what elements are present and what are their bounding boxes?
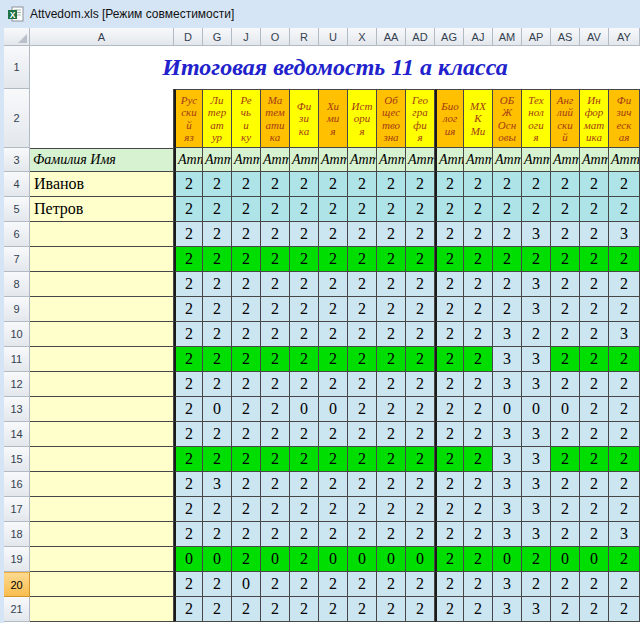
grade-cell[interactable]: 2 (580, 322, 609, 347)
grade-cell[interactable]: 2 (290, 472, 319, 497)
grade-cell[interactable]: 2 (232, 372, 261, 397)
grade-cell[interactable]: 2 (232, 472, 261, 497)
column-header-AG[interactable]: AG (435, 28, 464, 46)
grade-cell[interactable]: 2 (203, 172, 232, 197)
column-header-AY[interactable]: AY (609, 28, 640, 46)
row-header-19[interactable]: 19 (4, 547, 30, 572)
grade-cell[interactable]: 2 (261, 222, 290, 247)
row-header-2[interactable]: 2 (4, 89, 30, 148)
grade-cell[interactable]: 2 (232, 347, 261, 372)
grade-cell[interactable]: 2 (261, 197, 290, 222)
column-header-AS[interactable]: AS (551, 28, 580, 46)
grade-cell[interactable]: 2 (232, 197, 261, 222)
student-name-cell[interactable] (30, 447, 174, 472)
grade-cell[interactable]: 2 (464, 597, 493, 622)
grade-cell[interactable]: 2 (551, 422, 580, 447)
grade-cell[interactable]: 2 (406, 172, 435, 197)
grade-cell[interactable]: 2 (174, 322, 203, 347)
grade-cell[interactable]: 2 (406, 497, 435, 522)
grade-cell[interactable]: 2 (464, 297, 493, 322)
grade-cell[interactable]: 2 (435, 397, 464, 422)
grade-cell[interactable]: 2 (435, 547, 464, 572)
grade-cell[interactable]: 2 (464, 447, 493, 472)
row-header-14[interactable]: 14 (4, 422, 30, 447)
grade-cell[interactable]: 2 (493, 247, 522, 272)
grade-cell[interactable]: 2 (522, 572, 551, 597)
row-header-9[interactable]: 9 (4, 297, 30, 322)
grade-cell[interactable]: 2 (174, 472, 203, 497)
grade-cell[interactable]: 2 (406, 272, 435, 297)
grade-cell[interactable]: 2 (319, 447, 348, 472)
grade-cell[interactable]: 2 (580, 572, 609, 597)
att-header-cell[interactable]: Атт (522, 148, 551, 172)
grade-cell[interactable]: 2 (348, 522, 377, 547)
grade-cell[interactable]: 2 (522, 172, 551, 197)
grade-cell[interactable]: 2 (551, 522, 580, 547)
grade-cell[interactable]: 3 (493, 347, 522, 372)
subject-header-cell[interactable]: Речьику (232, 89, 261, 148)
grade-cell[interactable]: 2 (464, 497, 493, 522)
grade-cell[interactable]: 2 (609, 297, 640, 322)
student-name-cell[interactable] (30, 597, 174, 622)
student-name-cell[interactable] (30, 247, 174, 272)
grade-cell[interactable]: 2 (348, 572, 377, 597)
grade-cell[interactable]: 2 (319, 372, 348, 397)
grade-cell[interactable]: 3 (609, 322, 640, 347)
grade-cell[interactable]: 2 (522, 547, 551, 572)
grade-cell[interactable]: 2 (435, 322, 464, 347)
grade-cell[interactable]: 0 (203, 547, 232, 572)
grade-cell[interactable]: 2 (232, 297, 261, 322)
column-header-A[interactable]: A (30, 28, 174, 46)
student-name-cell[interactable] (30, 572, 174, 597)
grade-cell[interactable]: 2 (551, 322, 580, 347)
grade-cell[interactable]: 2 (406, 397, 435, 422)
att-header-cell[interactable]: Атт (232, 148, 261, 172)
grade-cell[interactable]: 2 (319, 247, 348, 272)
grade-cell[interactable]: 3 (522, 522, 551, 547)
grade-cell[interactable]: 2 (464, 172, 493, 197)
grade-cell[interactable]: 2 (609, 497, 640, 522)
grade-cell[interactable]: 2 (348, 247, 377, 272)
grade-cell[interactable]: 2 (174, 522, 203, 547)
grade-cell[interactable]: 2 (261, 572, 290, 597)
grade-cell[interactable]: 2 (522, 247, 551, 272)
grade-cell[interactable]: 2 (522, 197, 551, 222)
student-name-cell[interactable] (30, 547, 174, 572)
grade-cell[interactable]: 2 (377, 197, 406, 222)
att-header-cell[interactable]: Атт (406, 148, 435, 172)
grade-cell[interactable]: 2 (609, 447, 640, 472)
grade-cell[interactable]: 2 (580, 447, 609, 472)
grade-cell[interactable]: 2 (174, 572, 203, 597)
grade-cell[interactable]: 2 (377, 322, 406, 347)
grade-cell[interactable]: 2 (406, 447, 435, 472)
student-name-cell[interactable]: Петров (30, 197, 174, 222)
grade-cell[interactable]: 2 (580, 522, 609, 547)
grade-cell[interactable]: 2 (290, 372, 319, 397)
grade-cell[interactable]: 2 (435, 572, 464, 597)
grade-cell[interactable]: 2 (232, 497, 261, 522)
grade-cell[interactable]: 3 (493, 322, 522, 347)
grade-cell[interactable]: 2 (174, 347, 203, 372)
grade-cell[interactable]: 2 (551, 372, 580, 397)
grade-cell[interactable]: 2 (580, 272, 609, 297)
student-name-cell[interactable] (30, 347, 174, 372)
grade-cell[interactable]: 2 (609, 472, 640, 497)
grade-cell[interactable]: 2 (232, 447, 261, 472)
student-name-cell[interactable] (30, 397, 174, 422)
grade-cell[interactable]: 3 (493, 522, 522, 547)
grade-cell[interactable]: 2 (232, 397, 261, 422)
grade-cell[interactable]: 2 (609, 372, 640, 397)
grade-cell[interactable]: 2 (580, 372, 609, 397)
grade-cell[interactable]: 3 (522, 347, 551, 372)
grade-cell[interactable]: 2 (551, 222, 580, 247)
grade-cell[interactable]: 2 (319, 522, 348, 547)
grade-cell[interactable]: 2 (261, 372, 290, 397)
grade-cell[interactable]: 2 (493, 172, 522, 197)
grade-cell[interactable]: 2 (319, 422, 348, 447)
grade-cell[interactable]: 0 (290, 397, 319, 422)
grade-cell[interactable]: 2 (580, 497, 609, 522)
att-header-cell[interactable]: Атт (551, 148, 580, 172)
grade-cell[interactable]: 2 (290, 547, 319, 572)
grade-cell[interactable]: 2 (609, 197, 640, 222)
grade-cell[interactable]: 2 (406, 247, 435, 272)
